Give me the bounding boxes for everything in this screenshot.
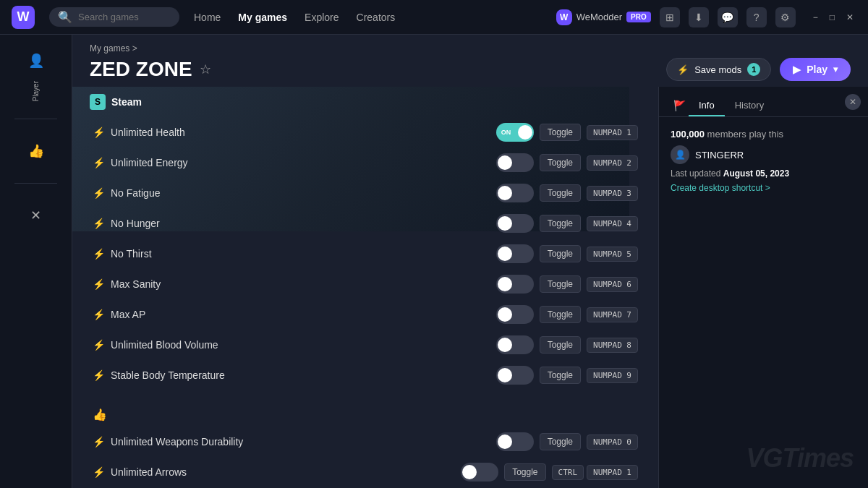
save-count-badge: 1 <box>747 63 760 76</box>
keyboard-shortcut-group: NUMPAD 8 <box>587 338 638 353</box>
pro-badge: PRO <box>626 12 651 22</box>
toggle-button[interactable]: Toggle <box>540 124 581 141</box>
help-icon[interactable]: ? <box>746 7 767 27</box>
player-mods-list: ⚡ Unlimited Health ON Toggle NUMPAD 1 ⚡ … <box>84 117 647 390</box>
bolt-icon: ⚡ <box>93 127 105 138</box>
toggle-button[interactable]: Toggle <box>540 245 581 262</box>
keyboard-shortcut-group: NUMPAD 3 <box>587 186 638 201</box>
toggle-button[interactable]: Toggle <box>540 275 581 293</box>
download-icon[interactable]: ⬇ <box>689 7 709 27</box>
toggle-switch[interactable] <box>496 335 534 354</box>
toggle-switch[interactable] <box>496 214 534 233</box>
toggle-button[interactable]: Toggle <box>540 336 581 354</box>
bolt-icon: ⚡ <box>93 436 105 448</box>
toggle-switch[interactable] <box>496 184 534 202</box>
mod-row: ⚡ No Fatigue Toggle NUMPAD 3 <box>84 178 647 208</box>
nav-explore[interactable]: Explore <box>305 12 339 23</box>
numpad-key: NUMPAD 4 <box>587 216 638 231</box>
keyboard-shortcut-group: NUMPAD 1 <box>587 125 638 140</box>
thumbs-up-icon: 👍 <box>93 408 109 424</box>
tab-info[interactable]: Info <box>689 95 725 116</box>
numpad-key: NUMPAD 2 <box>587 155 638 171</box>
info-content: 100,000 members play this 👤 STINGERR Las… <box>659 117 868 488</box>
nav-right-section: W WeModder PRO ⊞ ⬇ 💬 ? ⚙ − □ ✕ <box>556 7 856 27</box>
user-logo: W <box>556 9 572 25</box>
toggle-switch[interactable] <box>496 366 534 385</box>
toggle-switch[interactable] <box>496 305 534 324</box>
toggle-button[interactable]: Toggle <box>504 463 545 481</box>
mod-toggle[interactable] <box>496 335 534 354</box>
search-input[interactable] <box>78 12 172 22</box>
numpad-key: NUMPAD 9 <box>587 368 638 383</box>
toggle-switch[interactable] <box>496 153 534 172</box>
window-controls: − □ ✕ <box>810 12 856 22</box>
bolt-icon: ⚡ <box>93 187 105 199</box>
keyboard-shortcut-group: NUMPAD 5 <box>587 247 638 262</box>
toggle-button[interactable]: Toggle <box>540 306 581 323</box>
sidebar-speed-section: ✕ <box>22 201 51 230</box>
mod-row: ⚡ Max Sanity Toggle NUMPAD 6 <box>84 269 647 299</box>
search-bar[interactable]: 🔍 <box>49 7 179 27</box>
mod-name: No Hunger <box>111 218 490 229</box>
breadcrumb[interactable]: My games > <box>90 43 851 53</box>
close-info-button[interactable]: ✕ <box>845 94 861 110</box>
favorite-star-icon[interactable]: ☆ <box>200 61 211 77</box>
sidebar-divider-2 <box>14 183 57 184</box>
nav-my-games[interactable]: My games <box>238 12 287 23</box>
library-icon[interactable]: ⊞ <box>660 7 680 27</box>
username: WeModder <box>576 12 622 22</box>
updater-name: STINGERR <box>695 150 744 160</box>
mod-toggle[interactable] <box>496 214 534 233</box>
mod-toggle[interactable]: ON <box>496 123 534 142</box>
bolt-icon: ⚡ <box>93 309 105 320</box>
mod-toggle[interactable] <box>496 305 534 324</box>
save-mods-label: Save mods <box>694 64 741 75</box>
mod-toggle[interactable] <box>496 366 534 385</box>
play-label: Play <box>807 64 827 75</box>
members-suffix: members play this <box>705 129 783 140</box>
toggle-button[interactable]: Toggle <box>540 184 581 202</box>
close-button[interactable]: ✕ <box>843 12 856 22</box>
sidebar-speed-icon[interactable]: ✕ <box>22 201 51 230</box>
settings-icon[interactable]: ⚙ <box>775 7 796 27</box>
toggle-button[interactable]: Toggle <box>540 154 581 171</box>
mod-toggle[interactable] <box>496 153 534 172</box>
mod-name: Unlimited Arrows <box>111 466 455 478</box>
nav-home[interactable]: Home <box>194 12 221 23</box>
mod-toggle[interactable] <box>496 432 534 451</box>
mod-toggle[interactable] <box>496 244 534 263</box>
toggle-knob <box>498 368 512 382</box>
keyboard-shortcut-group: NUMPAD 6 <box>587 277 638 292</box>
mod-toggle[interactable] <box>496 275 534 294</box>
toggle-button[interactable]: Toggle <box>540 367 581 384</box>
toggle-switch[interactable] <box>496 244 534 263</box>
save-mods-button[interactable]: ⚡ Save mods 1 <box>666 58 771 81</box>
maximize-button[interactable]: □ <box>827 12 838 22</box>
main-navigation: Home My games Explore Creators <box>194 12 542 23</box>
toggle-switch[interactable] <box>496 432 534 451</box>
toggle-button[interactable]: Toggle <box>540 215 581 232</box>
toggle-button[interactable]: Toggle <box>540 433 581 450</box>
tab-history[interactable]: History <box>725 95 774 116</box>
numpad-key: NUMPAD 0 <box>587 435 638 450</box>
create-shortcut-link[interactable]: Create desktop shortcut > <box>671 183 856 193</box>
mod-toggle[interactable] <box>496 184 534 202</box>
sidebar-player-icon[interactable]: 👤 <box>22 46 51 75</box>
toggle-switch[interactable] <box>496 123 534 142</box>
toggle-switch[interactable] <box>461 463 498 481</box>
search-icon: 🔍 <box>58 10 72 24</box>
minimize-button[interactable]: − <box>810 12 821 22</box>
toggle-switch[interactable] <box>496 275 534 294</box>
sidebar-weapon-icon[interactable]: 👍 <box>22 137 51 166</box>
bolt-icon: ⚡ <box>93 466 105 478</box>
info-tab-flag-icon: 🚩 <box>671 95 689 116</box>
bolt-icon: ⚡ <box>93 218 105 229</box>
mod-name: Unlimited Energy <box>111 157 490 168</box>
mod-row: ⚡ Max AP Toggle NUMPAD 7 <box>84 299 647 330</box>
bolt-icon: ⚡ <box>677 64 689 75</box>
game-area: S Steam ⚡ Unlimited Health ON Toggle NUM… <box>72 87 868 488</box>
play-button[interactable]: ▶ Play ▾ <box>780 58 851 81</box>
nav-creators[interactable]: Creators <box>357 12 396 23</box>
discord-icon[interactable]: 💬 <box>718 7 738 27</box>
mod-toggle[interactable] <box>461 463 498 481</box>
